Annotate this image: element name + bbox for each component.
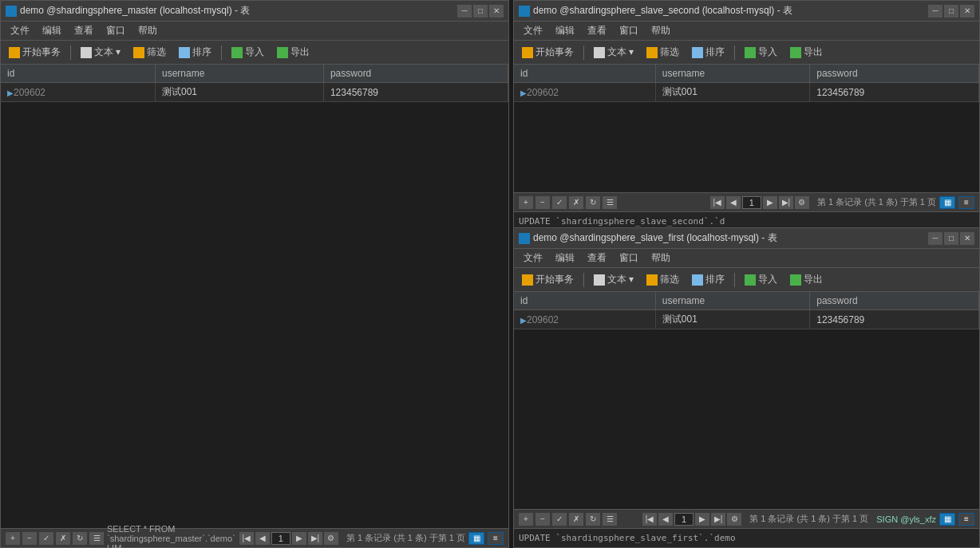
menu-view-ss[interactable]: 查看 xyxy=(581,22,613,39)
filter-btn-ss[interactable]: 筛选 xyxy=(642,44,684,61)
page-last-ss[interactable]: ▶| xyxy=(779,196,793,209)
import-btn-master[interactable]: 导入 xyxy=(227,44,269,61)
check-sf[interactable]: ✓ xyxy=(552,513,567,526)
text-btn-ss[interactable]: 文本 ▾ xyxy=(589,44,638,61)
discard-ss[interactable]: ✗ xyxy=(569,196,583,209)
menu-edit-ss[interactable]: 编辑 xyxy=(549,22,581,39)
export-btn-sf[interactable]: 导出 xyxy=(785,271,828,288)
db-icon-master xyxy=(6,6,17,17)
table-header-master: id username password xyxy=(1,65,508,83)
menu-window-master[interactable]: 窗口 xyxy=(100,22,132,39)
page-settings-master[interactable]: ⚙ xyxy=(324,532,338,545)
page-first-ss[interactable]: |◀ xyxy=(710,196,725,209)
minimize-master[interactable]: ─ xyxy=(457,5,472,18)
page-num-sf[interactable] xyxy=(674,513,694,526)
view-grid-sf[interactable]: ▦ xyxy=(939,513,955,526)
export-btn-master[interactable]: 导出 xyxy=(272,44,314,61)
table-row[interactable]: ▶209602 测试001 123456789 xyxy=(1,83,508,102)
remove-row-sf[interactable]: − xyxy=(535,513,550,526)
view-grid-ss[interactable]: ▦ xyxy=(939,196,955,209)
db-icon-slave-first xyxy=(519,233,530,244)
refresh-ss[interactable]: ↻ xyxy=(586,196,600,209)
menu-help-master[interactable]: 帮助 xyxy=(132,22,164,39)
check-ss[interactable]: ✓ xyxy=(552,196,567,209)
page-settings-sf[interactable]: ⚙ xyxy=(727,513,741,526)
menu-help-sf[interactable]: 帮助 xyxy=(645,250,677,266)
title-slave-first: demo @shardingsphere_slave_first (localh… xyxy=(533,231,928,245)
view-list-ss[interactable]: ≡ xyxy=(958,196,974,209)
page-first-sf[interactable]: |◀ xyxy=(642,513,657,526)
add-row-ss[interactable]: + xyxy=(519,196,533,209)
menu-window-ss[interactable]: 窗口 xyxy=(613,22,645,39)
minimize-slave-second[interactable]: ─ xyxy=(928,5,942,18)
begin-icon-ss xyxy=(522,47,533,58)
page-next-ss[interactable]: ▶ xyxy=(763,196,777,209)
view-grid-master[interactable]: ▦ xyxy=(468,532,484,545)
filter-btn-sf[interactable]: 筛选 xyxy=(642,271,684,288)
menu-help-ss[interactable]: 帮助 xyxy=(645,22,677,39)
menu-view-sf[interactable]: 查看 xyxy=(581,250,613,266)
menu-file-master[interactable]: 文件 xyxy=(4,22,36,39)
import-btn-sf[interactable]: 导入 xyxy=(740,271,782,288)
menu-edit-master[interactable]: 编辑 xyxy=(36,22,68,39)
page-prev-master[interactable]: ◀ xyxy=(255,532,270,545)
page-last-sf[interactable]: ▶| xyxy=(711,513,725,526)
page-first-master[interactable]: |◀ xyxy=(239,532,254,545)
view-list-master[interactable]: ≡ xyxy=(488,532,504,545)
refresh-master[interactable]: ↻ xyxy=(73,532,87,545)
refresh-sf[interactable]: ↻ xyxy=(586,513,600,526)
check-master[interactable]: ✓ xyxy=(39,532,53,545)
menu-file-ss[interactable]: 文件 xyxy=(517,22,549,39)
add-row-sf[interactable]: + xyxy=(519,513,533,526)
pagination-sf: 第 1 条记录 (共 1 条) 于第 1 页 xyxy=(749,513,868,525)
maximize-slave-first[interactable]: □ xyxy=(944,232,958,245)
close-slave-second[interactable]: ✕ xyxy=(960,5,974,18)
close-master[interactable]: ✕ xyxy=(489,5,504,18)
page-num-ss[interactable] xyxy=(742,196,761,209)
begin-tx-master[interactable]: 开始事务 xyxy=(4,44,65,61)
menu-file-sf[interactable]: 文件 xyxy=(517,250,549,266)
close-slave-first[interactable]: ✕ xyxy=(960,232,974,245)
menu-view-master[interactable]: 查看 xyxy=(68,22,100,39)
sort-btn-ss[interactable]: 排序 xyxy=(687,44,729,61)
view-list-sf[interactable]: ≡ xyxy=(958,513,974,526)
sort-btn-master[interactable]: 排序 xyxy=(174,44,216,61)
table-row[interactable]: ▶209602 测试001 123456789 xyxy=(514,310,979,329)
page-last-master[interactable]: ▶| xyxy=(308,532,322,545)
page-prev-sf[interactable]: ◀ xyxy=(658,513,673,526)
menu-window-sf[interactable]: 窗口 xyxy=(613,250,645,266)
discard-sf[interactable]: ✗ xyxy=(569,513,583,526)
discard-master[interactable]: ✗ xyxy=(56,532,70,545)
table-row[interactable]: ▶209602 测试001 123456789 xyxy=(514,83,979,102)
window-master: demo @shardingsphere_master (localhost-m… xyxy=(0,0,509,548)
menu-edit-sf[interactable]: 编辑 xyxy=(549,250,581,266)
menu-master[interactable]: ☰ xyxy=(89,532,104,545)
text-btn-master[interactable]: 文本 ▾ xyxy=(76,44,125,61)
sort-btn-sf[interactable]: 排序 xyxy=(687,271,729,288)
maximize-master[interactable]: □ xyxy=(473,5,488,18)
text-btn-sf[interactable]: 文本 ▾ xyxy=(589,271,638,288)
page-settings-ss[interactable]: ⚙ xyxy=(795,196,809,209)
page-next-sf[interactable]: ▶ xyxy=(695,513,709,526)
menu-ss[interactable]: ☰ xyxy=(603,196,617,209)
add-row-master[interactable]: + xyxy=(6,532,20,545)
begin-tx-sf[interactable]: 开始事务 xyxy=(517,271,579,288)
remove-row-master[interactable]: − xyxy=(22,532,37,545)
remove-row-ss[interactable]: − xyxy=(535,196,550,209)
sql-bar-sf: UPDATE `shardingsphere_slave_first`.`dem… xyxy=(514,528,979,547)
export-btn-ss[interactable]: 导出 xyxy=(785,44,828,61)
minimize-slave-first[interactable]: ─ xyxy=(928,232,942,245)
sep2-sf xyxy=(734,273,735,287)
table-master: id username password ▶209602 测试001 12345… xyxy=(1,65,508,528)
import-btn-ss[interactable]: 导入 xyxy=(740,44,782,61)
menu-sf[interactable]: ☰ xyxy=(603,513,617,526)
page-next-master[interactable]: ▶ xyxy=(292,532,306,545)
titlebar-slave-first: demo @shardingsphere_slave_first (localh… xyxy=(514,228,979,249)
page-num-master[interactable] xyxy=(271,532,290,545)
cell-id-1-master: ▶209602 xyxy=(1,83,155,102)
begin-tx-ss[interactable]: 开始事务 xyxy=(517,44,579,61)
titlebar-slave-second: demo @shardingsphere_slave_second (local… xyxy=(514,1,979,22)
page-prev-ss[interactable]: ◀ xyxy=(726,196,741,209)
filter-btn-master[interactable]: 筛选 xyxy=(128,44,171,61)
maximize-slave-second[interactable]: □ xyxy=(944,5,958,18)
